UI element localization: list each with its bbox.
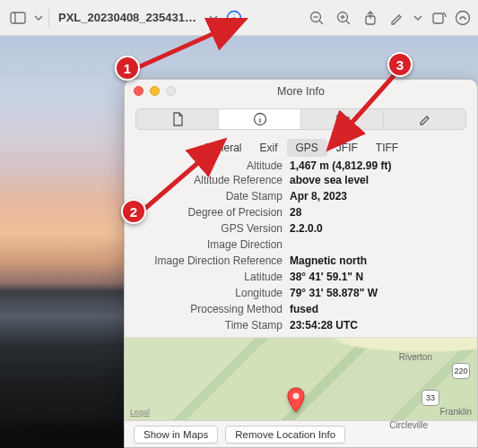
annotation-marker-3: 3 [387,52,413,77]
highlight-icon[interactable] [453,6,473,30]
separator [48,9,49,27]
chevron-down-icon[interactable] [32,6,45,30]
window-controls[interactable] [134,86,176,96]
kv-row: Image Direction ReferenceMagnetic north [137,253,465,269]
subtab-jfif[interactable]: JFIF [327,139,367,157]
more-info-panel: More Info General Exif GPS JFIF TIFF Alt… [124,79,478,448]
chevron-down-icon[interactable] [412,6,424,30]
remove-location-button[interactable]: Remove Location Info [225,426,345,444]
close-icon[interactable] [134,86,143,96]
map-town-label: Riverton [399,352,432,362]
annotation-marker-2: 2 [121,199,146,224]
seg-info-icon[interactable] [219,109,301,129]
subtab-exif[interactable]: Exif [251,139,287,157]
subtab-general[interactable]: General [195,139,251,157]
map-pin-icon [286,387,306,414]
file-title: PXL_20230408_235431960… [53,11,205,24]
kv-row: GPS Version2.2.0.0 [137,220,465,237]
route-shield: 220 [452,363,470,379]
kv-row: Longitude79° 31' 58.878" W [137,285,465,301]
seg-general-icon[interactable] [136,109,219,129]
zoom-icon[interactable] [166,86,176,96]
kv-row: Time Stamp23:54:28 UTC [137,317,465,333]
markup-icon[interactable] [385,6,410,30]
zoom-out-icon[interactable] [304,6,329,30]
svg-line-9 [346,21,350,24]
svg-point-15 [456,11,470,24]
map-town-label: Franklin [439,407,472,417]
seg-edit-icon[interactable] [384,109,465,129]
kv-row: Processing Methodfused [137,301,465,317]
svg-point-19 [293,393,300,400]
map-town-label: Circleville [389,420,428,430]
app-toolbar: PXL_20230408_235431960… [0,0,478,36]
map-legal-link[interactable]: Legal [130,408,150,417]
svg-point-18 [259,116,260,116]
segmented-control[interactable] [135,108,466,130]
minimize-icon[interactable] [150,86,160,96]
subtab-tiff[interactable]: TIFF [367,139,407,157]
sidebar-toggle-icon[interactable] [5,6,30,30]
show-in-maps-button[interactable]: Show in Maps [134,426,218,444]
kv-row: Altitude1,467 m (4,812.99 ft) [137,159,465,172]
kv-row: Date StampApr 8, 2023 [137,188,465,204]
rotate-icon[interactable] [426,6,451,30]
annotation-marker-1: 1 [115,56,140,81]
panel-title: More Info [277,85,325,98]
route-shield: 33 [422,390,439,406]
subtab-bar: General Exif GPS JFIF TIFF [125,139,477,157]
panel-titlebar[interactable]: More Info [125,80,477,103]
svg-line-6 [319,21,323,24]
svg-rect-0 [11,13,25,23]
zoom-in-icon[interactable] [331,6,356,30]
kv-row: Altitude Referenceabove sea level [137,172,465,188]
kv-row: Image Direction [137,237,465,253]
svg-point-4 [234,13,235,14]
info-icon[interactable] [222,6,247,30]
chevron-down-icon[interactable] [207,6,220,30]
svg-rect-14 [433,13,443,23]
seg-folder-icon[interactable] [301,109,384,129]
metadata-list: Altitude1,467 m (4,812.99 ft) Altitude R… [125,157,477,337]
share-icon[interactable] [358,6,383,30]
kv-row: Latitude38° 41' 59.1" N [137,269,465,285]
location-map[interactable]: Riverton Circleville Franklin 220 33 Leg… [125,337,477,420]
kv-row: Degree of Precision28 [137,204,465,220]
subtab-gps[interactable]: GPS [287,139,327,157]
